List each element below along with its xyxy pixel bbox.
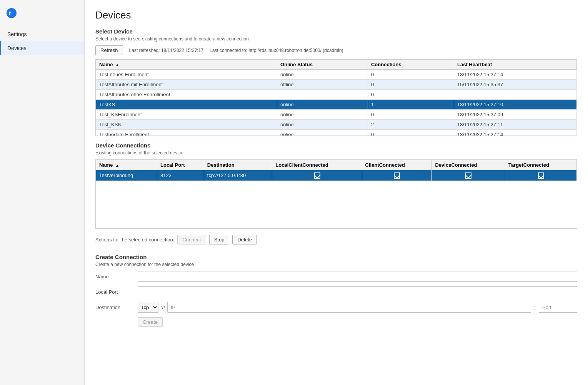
conn-col-local-port: Local Port <box>157 160 204 170</box>
device-cell-name: TestAttributes ohne Ennrollment <box>96 90 277 100</box>
device-cell-status: online <box>277 70 368 80</box>
device-cell-status: online <box>277 110 368 120</box>
conn-col-destination: Destination <box>204 160 272 170</box>
devices-toolbar: Refresh Last refreshed: 18/11/2022 15:27… <box>95 45 577 55</box>
dest-colon: : <box>533 304 537 311</box>
device-connections-title: Device Connections <box>95 142 577 149</box>
conn-col-dc: DeviceConnected <box>432 160 505 170</box>
col-status: Online Status <box>277 60 368 70</box>
col-heartbeat: Last Heartbeat <box>454 60 577 70</box>
connect-button[interactable]: Connect <box>177 235 206 244</box>
device-cell-name: TestAttributes mit Enrollment <box>96 80 277 90</box>
device-cell-status: offline <box>277 80 368 90</box>
checked-icon <box>314 172 320 179</box>
device-cell-heartbeat: 15/11/2022 15:35:37 <box>454 80 577 90</box>
conn-cell-client_connected <box>362 170 432 181</box>
conn-cell-target_connected <box>505 170 577 181</box>
sidebar: r Settings Devices <box>0 0 85 385</box>
connections-table-body: Testverbindung8123tcp://127.0.0.1:80 <box>96 170 577 181</box>
last-refreshed: Last refreshed: 18/11/2022 15:27:17 <box>129 48 203 53</box>
device-cell-connections: 0 <box>368 130 454 136</box>
table-row[interactable]: TestAttributes mit Enrollmentoffline015/… <box>96 80 577 90</box>
device-connections-section: Device Connections Existing connections … <box>95 142 577 229</box>
select-device-section: Select Device Select a device to see exi… <box>95 28 577 136</box>
actions-label: Actions for the selected connection: <box>95 237 174 243</box>
dest-protocol-select[interactable]: Tcp Udp <box>138 302 158 313</box>
destination-inputs: Tcp Udp :// : <box>138 302 577 313</box>
connections-table: Name ▲ Local Port Destination LocalClien… <box>96 160 577 181</box>
create-connection-title: Create Connection <box>95 254 577 260</box>
conn-col-tc: TargetConnected <box>505 160 577 170</box>
app-logo: r <box>0 4 84 27</box>
device-cell-connections: 2 <box>368 120 454 130</box>
create-connection-section: Create Connection Create a new connectio… <box>95 254 577 327</box>
actions-row: Actions for the selected connection: Con… <box>95 235 577 244</box>
stop-button[interactable]: Stop <box>209 235 230 244</box>
delete-button[interactable]: Delete <box>232 235 257 244</box>
dest-port-input[interactable] <box>539 302 577 313</box>
device-cell-name: Testupdate.Enrollment <box>96 130 277 136</box>
table-row[interactable]: Test_KSEnrollmentonline018/11/2022 15:27… <box>96 110 577 120</box>
main-content: Devices Select Device Select a device to… <box>85 0 588 385</box>
device-cell-name: TestKS <box>96 100 277 110</box>
device-cell-status: online <box>277 120 368 130</box>
local-port-input[interactable] <box>138 286 577 297</box>
conn-col-cc: ClientConnected <box>362 160 432 170</box>
create-button[interactable]: Create <box>138 317 163 327</box>
connections-table-container: Name ▲ Local Port Destination LocalClien… <box>95 159 577 229</box>
device-cell-heartbeat <box>454 90 577 100</box>
conn-cell-name: Testverbindung <box>96 170 157 181</box>
table-row[interactable]: Test neues Enrollmentonline018/11/2022 1… <box>96 70 577 80</box>
checked-icon <box>394 172 400 179</box>
table-row[interactable]: Test_KSNonline218/11/2022 15:27:11 <box>96 120 577 130</box>
device-cell-connections: 1 <box>368 100 454 110</box>
sidebar-item-settings[interactable]: Settings <box>0 27 84 41</box>
dest-ip-input[interactable] <box>167 302 531 313</box>
device-cell-status: online <box>277 130 368 136</box>
device-cell-connections: 0 <box>368 80 454 90</box>
select-device-title: Select Device <box>95 28 577 35</box>
conn-cell-device_connected <box>432 170 505 181</box>
connections-table-header: Name ▲ Local Port Destination LocalClien… <box>96 160 577 170</box>
table-row[interactable]: TestKSonline118/11/2022 15:27:10 <box>96 100 577 110</box>
local-port-label: Local Port <box>95 289 138 295</box>
last-connected: Last connected to: http://rdslinux048.ro… <box>210 48 343 53</box>
conn-col-name: Name ▲ <box>96 160 157 170</box>
devices-table-body: Test neues Enrollmentonline018/11/2022 1… <box>96 70 577 136</box>
dest-separator: :// <box>160 305 166 310</box>
conn-cell-local_client_connected <box>272 170 362 181</box>
device-cell-connections: 0 <box>368 90 454 100</box>
checked-icon <box>538 172 544 179</box>
conn-col-lcc: LocalClientConnected <box>272 160 362 170</box>
name-row: Name <box>95 271 577 282</box>
conn-cell-destination: tcp://127.0.0.1:80 <box>204 170 272 181</box>
name-input[interactable] <box>138 271 577 282</box>
name-label: Name <box>95 274 138 280</box>
sidebar-item-devices[interactable]: Devices <box>0 41 84 55</box>
create-button-row: Create <box>95 317 577 327</box>
devices-table: Name ▲ Online Status Connections Last He… <box>96 59 577 136</box>
checked-icon <box>465 172 471 179</box>
device-cell-name: Test neues Enrollment <box>96 70 277 80</box>
device-cell-name: Test_KSN <box>96 120 277 130</box>
local-port-row: Local Port <box>95 286 577 297</box>
device-cell-name: Test_KSEnrollment <box>96 110 277 120</box>
device-cell-status <box>277 90 368 100</box>
device-connections-desc: Existing connections of the selected dev… <box>95 150 577 156</box>
device-cell-heartbeat: 18/11/2022 15:27:14 <box>454 70 577 80</box>
col-connections: Connections <box>368 60 454 70</box>
table-row[interactable]: Testupdate.Enrollmentonline018/11/2022 1… <box>96 130 577 136</box>
destination-label: Destination <box>95 305 138 310</box>
conn-cell-local_port: 8123 <box>157 170 204 181</box>
col-name: Name ▲ <box>96 60 277 70</box>
table-row[interactable]: TestAttributes ohne Ennrollment0 <box>96 90 577 100</box>
table-row[interactable]: Testverbindung8123tcp://127.0.0.1:80 <box>96 170 577 181</box>
device-cell-heartbeat: 18/11/2022 15:27:11 <box>454 120 577 130</box>
device-cell-connections: 0 <box>368 110 454 120</box>
select-device-desc: Select a device to see existing connecti… <box>95 36 577 42</box>
device-cell-status: online <box>277 100 368 110</box>
refresh-button[interactable]: Refresh <box>95 45 123 55</box>
device-cell-heartbeat: 18/11/2022 15:27:09 <box>454 110 577 120</box>
device-cell-connections: 0 <box>368 70 454 80</box>
destination-row: Destination Tcp Udp :// : <box>95 302 577 313</box>
